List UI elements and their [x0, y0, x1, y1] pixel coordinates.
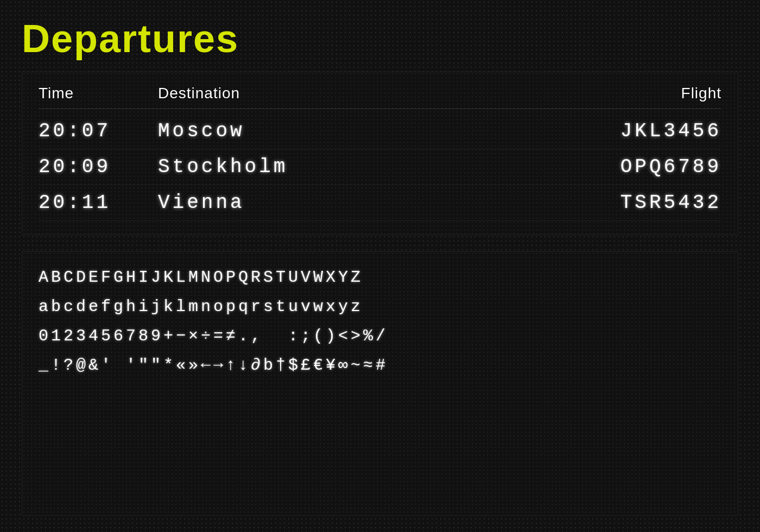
table-row: 20:07 Moscow JKL3456 — [39, 113, 721, 149]
flight-number-1: OPQ6789 — [559, 156, 721, 178]
flight-destination-1: Stockholm — [158, 156, 559, 178]
main-board: Departures Time Destination Flight 20:07… — [0, 0, 760, 532]
flight-number-2: TSR5432 — [559, 192, 721, 214]
flight-time-0: 20:07 — [39, 120, 158, 142]
uppercase-charset: ABCDEFGHIJKLMNOPQRSTUVWXYZ — [39, 268, 721, 287]
flight-time-1: 20:09 — [39, 156, 158, 178]
flight-board: Time Destination Flight 20:07 Moscow JKL… — [22, 72, 738, 235]
flight-number-0: JKL3456 — [559, 120, 721, 142]
table-header: Time Destination Flight — [39, 80, 721, 109]
table-row: 20:09 Stockholm OPQ6789 — [39, 149, 721, 185]
table-row: 20:11 Vienna TSR5432 — [39, 185, 721, 221]
flight-time-2: 20:11 — [39, 192, 158, 214]
lowercase-charset: abcdefghijklmnopqrstuvwxyz — [39, 297, 721, 316]
character-set-display: ABCDEFGHIJKLMNOPQRSTUVWXYZ abcdefghijklm… — [22, 251, 738, 516]
destination-column-header: Destination — [158, 85, 559, 102]
flight-column-header: Flight — [559, 85, 721, 102]
special-charset: _!?@&' '""*«»←→↑↓∂b†$£€¥∞~≈# — [39, 356, 721, 375]
flight-destination-2: Vienna — [158, 192, 559, 214]
flight-destination-0: Moscow — [158, 120, 559, 142]
time-column-header: Time — [39, 85, 158, 102]
numbers-charset: 0123456789+−×÷=≠., :;()<>%/ — [39, 327, 721, 345]
page-title: Departures — [22, 16, 738, 61]
